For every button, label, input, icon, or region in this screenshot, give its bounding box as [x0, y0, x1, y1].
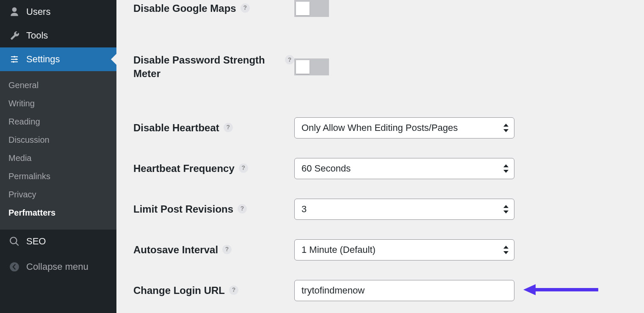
submenu-item-reading[interactable]: Reading [0, 113, 116, 131]
svg-point-3 [10, 262, 19, 271]
label-disable-google-maps: Disable Google Maps [133, 2, 236, 15]
select-autosave-interval[interactable]: 1 Minute (Default) [294, 239, 514, 260]
help-icon[interactable]: ? [239, 163, 248, 173]
label-limit-post-revisions: Limit Post Revisions [133, 202, 233, 216]
sidebar-item-label: Settings [26, 54, 60, 65]
row-change-login-url: Change Login URL ? [133, 277, 644, 305]
svg-point-0 [14, 56, 15, 58]
label-autosave-interval: Autosave Interval [133, 243, 218, 257]
collapse-menu-button[interactable]: Collapse menu [0, 255, 116, 279]
user-icon [8, 6, 20, 18]
submenu-item-media[interactable]: Media [0, 149, 116, 167]
svg-point-2 [13, 61, 14, 63]
help-icon[interactable]: ? [285, 55, 294, 64]
admin-sidebar: Users Tools Settings General Writing Rea… [0, 0, 116, 313]
label-heartbeat-frequency: Heartbeat Frequency [133, 162, 235, 175]
toggle-disable-google-maps[interactable] [294, 0, 329, 17]
sidebar-item-settings[interactable]: Settings [0, 47, 116, 71]
submenu-item-discussion[interactable]: Discussion [0, 131, 116, 149]
sidebar-item-seo[interactable]: SEO [0, 230, 116, 253]
sidebar-item-label: Tools [26, 30, 48, 41]
help-icon[interactable]: ? [238, 204, 247, 213]
sliders-icon [8, 53, 20, 65]
submenu-item-general[interactable]: General [0, 76, 116, 94]
toggle-disable-password-meter[interactable] [294, 58, 329, 75]
row-autosave-interval: Autosave Interval ? 1 Minute (Default) [133, 236, 644, 264]
settings-submenu: General Writing Reading Discussion Media… [0, 71, 116, 230]
svg-point-1 [15, 58, 17, 60]
select-disable-heartbeat[interactable]: Only Allow When Editing Posts/Pages [294, 117, 514, 138]
input-change-login-url[interactable] [294, 280, 514, 301]
row-limit-post-revisions: Limit Post Revisions ? 3 [133, 195, 644, 223]
collapse-icon [8, 261, 20, 273]
label-disable-password-meter: Disable Password Strength Meter [133, 53, 281, 81]
submenu-item-privacy[interactable]: Privacy [0, 186, 116, 204]
collapse-label: Collapse menu [26, 261, 88, 272]
sidebar-item-label: Users [26, 6, 50, 17]
label-change-login-url: Change Login URL [133, 284, 225, 297]
row-disable-password-meter: Disable Password Strength Meter ? [133, 50, 644, 84]
row-disable-heartbeat: Disable Heartbeat ? Only Allow When Edit… [133, 114, 644, 142]
settings-form: Disable Google Maps ? Disable Password S… [116, 0, 644, 313]
row-disable-google-maps: Disable Google Maps ? [133, 0, 644, 20]
help-icon[interactable]: ? [240, 3, 250, 13]
select-heartbeat-frequency[interactable]: 60 Seconds [294, 158, 514, 179]
help-icon[interactable]: ? [224, 123, 233, 132]
submenu-item-writing[interactable]: Writing [0, 94, 116, 113]
wrench-icon [8, 30, 20, 42]
svg-marker-5 [523, 284, 536, 295]
row-heartbeat-frequency: Heartbeat Frequency ? 60 Seconds [133, 155, 644, 183]
label-disable-heartbeat: Disable Heartbeat [133, 121, 219, 135]
help-icon[interactable]: ? [222, 245, 232, 254]
annotation-arrow-icon [522, 283, 598, 299]
select-limit-post-revisions[interactable]: 3 [294, 199, 514, 220]
sidebar-item-users[interactable]: Users [0, 0, 116, 24]
submenu-item-permalinks[interactable]: Permalinks [0, 167, 116, 186]
sidebar-item-label: SEO [26, 236, 46, 247]
search-icon [8, 235, 20, 247]
submenu-item-perfmatters[interactable]: Perfmatters [0, 204, 116, 222]
sidebar-item-tools[interactable]: Tools [0, 24, 116, 47]
help-icon[interactable]: ? [229, 285, 238, 295]
